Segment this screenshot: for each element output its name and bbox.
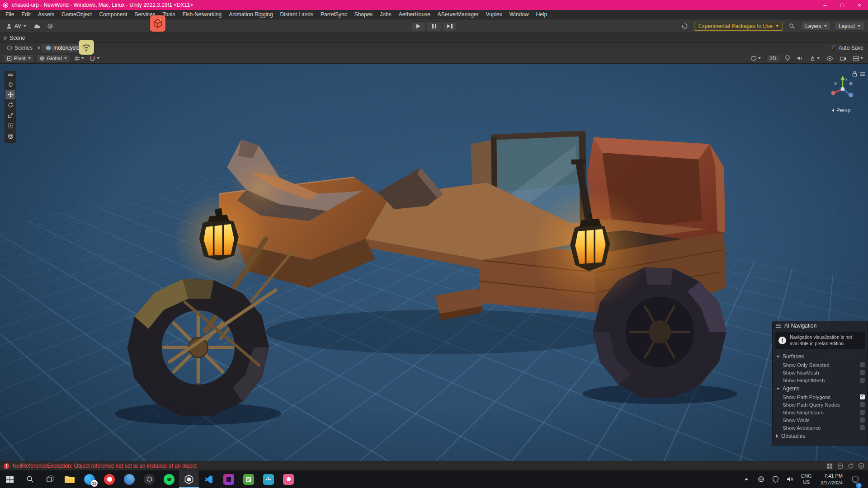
maximize-button[interactable]: □ xyxy=(834,0,851,10)
signal-overlay-icon[interactable] xyxy=(79,40,94,55)
breadcrumb-motorcycle[interactable]: motorcycle xyxy=(42,44,84,52)
firefox-browser-icon[interactable] xyxy=(119,470,139,488)
layout-dropdown[interactable]: Layout xyxy=(835,22,864,31)
cache-server-icon[interactable] xyxy=(837,463,843,469)
vivaldi-browser-icon[interactable] xyxy=(99,470,119,488)
play-button[interactable] xyxy=(411,21,425,31)
section-surfaces[interactable]: Surfaces xyxy=(773,352,868,361)
processes-icon[interactable] xyxy=(827,463,833,469)
pause-button[interactable] xyxy=(427,21,441,31)
overlay-menu-icon[interactable] xyxy=(860,72,865,76)
auto-save-toggle[interactable]: Auto Save xyxy=(830,45,863,51)
refresh-status-icon[interactable] xyxy=(848,463,854,469)
tray-chevron-up-icon[interactable] xyxy=(741,470,752,488)
scene-audio-toggle[interactable] xyxy=(796,54,804,62)
menu-help[interactable]: Help xyxy=(532,10,551,19)
taskbar-search-button[interactable] xyxy=(20,470,40,488)
menu-edit[interactable]: Edit xyxy=(18,10,34,19)
pink-app-icon[interactable] xyxy=(278,470,298,488)
draw-mode-dropdown[interactable] xyxy=(749,54,762,62)
nav-item-show-path-polygons[interactable]: Show Path Polygons xyxy=(773,393,868,401)
notepad-icon[interactable] xyxy=(239,470,259,488)
menu-assets[interactable]: Assets xyxy=(34,10,58,19)
view-hand-tool[interactable] xyxy=(5,80,15,89)
volume-icon[interactable] xyxy=(784,470,796,488)
menu-aetherhouse[interactable]: AetherHouse xyxy=(395,10,434,19)
nav-item-show-neighbours[interactable]: Show Neighbours xyxy=(773,408,868,416)
checkbox[interactable] xyxy=(860,362,865,367)
auto-save-checkbox[interactable] xyxy=(830,45,836,51)
experimental-packages-button[interactable]: Experimental Packages In Use xyxy=(694,22,783,31)
scene-tab-label[interactable]: Scene xyxy=(9,35,25,41)
edge-browser-icon[interactable]: 32 xyxy=(80,470,99,488)
snap-increment-dropdown[interactable] xyxy=(88,54,101,62)
projection-toggle[interactable]: Persp xyxy=(832,107,850,113)
overlay-drag-handle-icon[interactable] xyxy=(8,74,13,77)
menu-window[interactable]: Window xyxy=(506,10,533,19)
menu-jobs[interactable]: Jobs xyxy=(376,10,395,19)
network-icon[interactable] xyxy=(755,470,767,488)
nav-item-show-navmesh[interactable]: Show NavMesh xyxy=(773,369,868,376)
menu-parrelsync[interactable]: ParrelSync xyxy=(317,10,351,19)
checkbox[interactable] xyxy=(860,394,865,399)
checkbox[interactable] xyxy=(860,370,865,375)
breadcrumb-scenes[interactable]: Scenes xyxy=(3,44,37,52)
scene-effects-dropdown[interactable] xyxy=(808,54,821,62)
nav-item-show-walls[interactable]: Show Walls xyxy=(773,416,868,424)
checkbox[interactable] xyxy=(860,402,865,407)
2d-toggle[interactable]: 2D xyxy=(766,54,779,62)
rect-tool[interactable] xyxy=(5,121,15,131)
transform-tool[interactable] xyxy=(5,131,15,141)
menu-distant-lands[interactable]: Distant Lands xyxy=(277,10,317,19)
layers-dropdown[interactable]: Layers xyxy=(801,22,831,31)
task-view-button[interactable] xyxy=(40,470,60,488)
cloud-button[interactable] xyxy=(31,21,42,31)
menu-component[interactable]: Component xyxy=(95,10,131,19)
start-button[interactable] xyxy=(0,470,20,488)
gizmos-dropdown[interactable] xyxy=(852,54,864,62)
spotify-icon[interactable] xyxy=(159,470,179,488)
nav-item-show-only-selected[interactable]: Show Only Selected xyxy=(773,361,868,369)
checkbox[interactable] xyxy=(860,410,865,415)
taskbar-clock[interactable]: 7:41 PM 2/17/2024 xyxy=(817,473,846,486)
file-explorer-icon[interactable] xyxy=(60,470,80,488)
security-shield-icon[interactable] xyxy=(769,470,781,488)
docker-icon[interactable] xyxy=(259,470,278,488)
checkbox[interactable] xyxy=(860,378,865,383)
scene-visibility-toggle[interactable] xyxy=(825,54,835,62)
menu-gameobject[interactable]: GameObject xyxy=(58,10,95,19)
menu-file[interactable]: File xyxy=(2,10,18,19)
console-error-message[interactable]: NullReferenceException: Object reference… xyxy=(13,463,197,469)
vscode-icon[interactable] xyxy=(199,470,219,488)
move-tool[interactable] xyxy=(5,90,15,99)
menu-aservermanager[interactable]: AServerManager xyxy=(434,10,482,19)
lock-icon[interactable] xyxy=(852,71,857,77)
grid-snap-dropdown[interactable] xyxy=(73,54,85,62)
scene-lighting-toggle[interactable] xyxy=(783,54,792,62)
collab-status-icon[interactable] xyxy=(858,463,864,469)
motorcycle-model[interactable] xyxy=(0,64,868,461)
pivot-dropdown[interactable]: Pivot xyxy=(4,54,34,62)
rider-icon[interactable] xyxy=(219,470,239,488)
gear-icon[interactable] xyxy=(45,21,56,31)
unity-hub-icon[interactable] xyxy=(139,470,159,488)
language-indicator[interactable]: ENG US xyxy=(798,473,814,485)
scene-viewport[interactable]: y Persp AI Navigation ! Navigation visua… xyxy=(0,64,868,461)
menu-animation-rigging[interactable]: Animation Rigging xyxy=(225,10,276,19)
step-button[interactable] xyxy=(443,21,457,31)
scene-camera-dropdown[interactable] xyxy=(839,54,848,62)
rotate-tool[interactable] xyxy=(5,100,15,110)
section-obstacles[interactable]: Obstacles xyxy=(773,432,868,441)
checkbox[interactable] xyxy=(860,418,865,422)
undo-history-icon[interactable] xyxy=(679,21,690,31)
global-dropdown[interactable]: Global xyxy=(37,54,70,62)
menu-vuplex[interactable]: Vuplex xyxy=(482,10,505,19)
unity-editor-icon[interactable] xyxy=(179,470,199,488)
orientation-gizmo[interactable]: y xyxy=(828,74,857,103)
ai-navigation-header[interactable]: AI Navigation xyxy=(773,321,868,330)
nav-item-show-avoidance[interactable]: Show Avoidance xyxy=(773,424,868,432)
notification-center-icon[interactable]: 2 xyxy=(849,470,861,488)
nav-item-show-path-query-nodes[interactable]: Show Path Query Nodes xyxy=(773,401,868,408)
menu-fish-networking[interactable]: Fish-Networking xyxy=(179,10,225,19)
menu-shapes[interactable]: Shapes xyxy=(351,10,377,19)
